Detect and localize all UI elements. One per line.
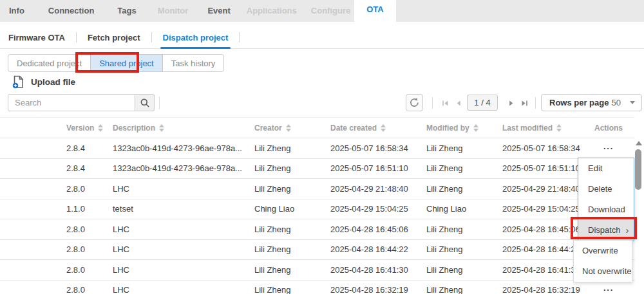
menu-item-edit[interactable]: Edit <box>578 158 634 179</box>
tab-info[interactable]: Info <box>9 0 24 22</box>
task-history-button[interactable]: Task history <box>162 54 225 72</box>
main-tab-bar: Info Connection Tags Monitor Event Appli… <box>0 0 644 22</box>
menu-item-delete[interactable]: Delete <box>578 179 634 199</box>
previous-page-button[interactable] <box>453 97 464 109</box>
column-label: Description <box>113 124 155 133</box>
table-row: 2.8.0 LHC Lili Zheng 2025-04-28 16:32:19… <box>0 280 634 294</box>
cell-modified-by: Lili Zheng <box>426 265 502 275</box>
cell-description: 1323ac0b-419d-4273-96ae-978a... <box>113 143 254 153</box>
table-row: 2.8.4 1323ac0b-419d-4273-96ae-978a... Li… <box>0 138 634 159</box>
sort-icon <box>381 124 386 132</box>
sort-icon <box>473 124 478 132</box>
cell-last-modified: 2025-04-28 16:44:22 <box>502 244 583 254</box>
toolbar-divider <box>535 97 536 109</box>
subtab-divider <box>151 32 152 42</box>
column-header-version[interactable]: Version <box>66 124 113 133</box>
previous-page-icon <box>455 99 463 107</box>
cell-version: 2.8.0 <box>66 265 113 275</box>
search-input[interactable] <box>8 94 135 111</box>
cell-version: 2.8.0 <box>66 244 113 254</box>
first-page-button[interactable] <box>439 97 451 109</box>
sort-icon <box>98 124 103 132</box>
dedicated-project-button[interactable]: Dedicated project <box>8 54 91 72</box>
menu-item-label: Dispatch <box>588 220 621 241</box>
table-row: 2.8.0 LHC Lili Zheng 2025-04-28 16:45:06… <box>0 219 634 240</box>
scrollbar-thumb[interactable] <box>635 149 641 190</box>
cell-version: 2.8.4 <box>66 163 113 173</box>
cell-last-modified: 2025-04-28 16:41:30 <box>502 265 583 275</box>
upload-file-icon <box>12 75 25 89</box>
next-page-icon <box>507 99 515 107</box>
row-actions-button[interactable]: ··· <box>583 285 634 294</box>
menu-item-overwrite[interactable]: Overwrite <box>574 241 632 261</box>
tab-applications: Applications <box>247 0 297 22</box>
cell-date-created: 2025-04-28 16:41:30 <box>330 265 426 275</box>
tab-tags[interactable]: Tags <box>117 0 136 22</box>
cell-version: 2.8.0 <box>66 225 113 234</box>
cell-creator: Lili Zheng <box>254 163 330 173</box>
menu-item-dispatch[interactable]: Dispatch › <box>578 220 634 241</box>
chevron-down-icon <box>630 101 635 104</box>
cell-description: tetset <box>113 204 254 214</box>
sort-icon <box>556 124 562 132</box>
column-label: Creator <box>254 124 282 133</box>
subtab-dispatch-project[interactable]: Dispatch project <box>163 26 229 49</box>
cell-creator: Lili Zheng <box>254 184 330 194</box>
cell-version: 2.8.0 <box>66 285 113 294</box>
menu-item-not-overwrite[interactable]: Not overwrite <box>574 261 632 282</box>
rows-per-page-label: Rows per page <box>549 98 609 107</box>
column-header-last-modified[interactable]: Last modified <box>502 124 583 133</box>
sort-icon <box>286 124 291 132</box>
tab-ota[interactable]: OTA <box>354 0 395 22</box>
tab-connection[interactable]: Connection <box>48 0 95 22</box>
upload-file-button[interactable]: Upload file <box>12 75 75 89</box>
cell-creator: Lili Zheng <box>254 225 330 234</box>
search-button[interactable] <box>135 94 155 111</box>
cell-creator: Lili Zheng <box>254 244 330 254</box>
first-page-icon <box>441 99 450 107</box>
cell-creator: Lili Zheng <box>254 143 330 153</box>
tab-monitor: Monitor <box>158 0 189 22</box>
page-indicator: 1 / 4 <box>467 95 498 111</box>
projects-table: Version Description Creator Date created… <box>0 117 634 294</box>
cell-last-modified: 2025-04-28 16:45:06 <box>502 225 583 234</box>
table-row: 2.8.4 1323ac0b-419d-4273-96ae-978a... Li… <box>0 159 634 179</box>
column-label: Last modified <box>502 124 553 133</box>
cell-description: LHC <box>113 265 254 275</box>
table-header-row: Version Description Creator Date created… <box>0 117 634 138</box>
rows-per-page-value: 50 <box>612 98 621 107</box>
cell-modified-by: Lili Zheng <box>426 143 502 153</box>
last-page-button[interactable] <box>518 97 530 109</box>
toolbar-divider <box>432 97 433 109</box>
cell-version: 2.8.4 <box>66 143 113 153</box>
shared-project-button[interactable]: Shared project <box>90 54 163 72</box>
column-header-creator[interactable]: Creator <box>254 124 330 133</box>
rows-per-page-select[interactable]: Rows per page 50 <box>541 94 642 111</box>
subtab-divider <box>76 32 77 42</box>
toolbar-divider <box>159 96 160 109</box>
cell-creator: Ching Liao <box>254 204 330 214</box>
cell-modified-by: Lili Zheng <box>426 163 502 173</box>
cell-description: LHC <box>113 285 254 294</box>
column-label: Actions <box>594 124 623 133</box>
column-header-modified-by[interactable]: Modified by <box>426 124 502 133</box>
column-header-description[interactable]: Description <box>113 124 254 133</box>
next-page-button[interactable] <box>505 97 516 109</box>
column-header-date-created[interactable]: Date created <box>330 124 426 133</box>
scrollbar-up-arrow[interactable] <box>636 141 642 145</box>
cell-creator: Lili Zheng <box>254 285 330 294</box>
subtab-fetch-project[interactable]: Fetch project <box>88 26 140 49</box>
menu-item-download[interactable]: Download <box>578 199 634 220</box>
table-row: 1.1.0 tetset Ching Liao 2025-04-29 15:04… <box>0 199 634 220</box>
cell-modified-by: Lili Zheng <box>426 225 502 234</box>
upload-file-label: Upload file <box>31 77 75 87</box>
column-label: Modified by <box>426 124 469 133</box>
row-actions-button[interactable]: ··· <box>583 143 634 153</box>
tab-event[interactable]: Event <box>207 0 230 22</box>
cell-last-modified: 2025-04-29 15:04:25 <box>502 204 583 214</box>
subtab-firmware-ota[interactable]: Firmware OTA <box>8 26 65 49</box>
tab-configure: Configure <box>311 0 350 22</box>
refresh-button[interactable] <box>406 94 423 111</box>
refresh-icon <box>409 97 420 108</box>
cell-modified-by: Ching Liao <box>426 204 502 214</box>
